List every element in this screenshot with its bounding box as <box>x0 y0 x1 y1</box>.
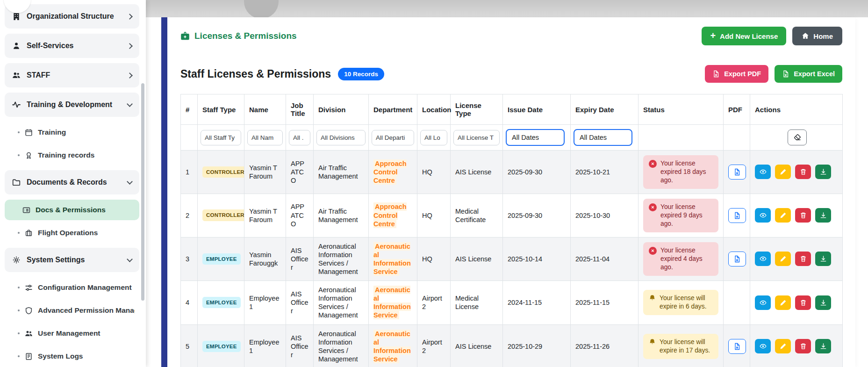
filter-division[interactable]: All Divisions <box>316 130 366 145</box>
sidebar-section-documents-records[interactable]: Documents & Records <box>5 170 139 194</box>
sidebar-item-label: Advanced Permission Manage <box>38 306 135 315</box>
filter-staff-type[interactable]: All Staff Ty <box>201 130 241 145</box>
status-badge: ×Your license expired 18 days ago. <box>643 155 718 189</box>
cell-department: Aeronautical Information Service <box>369 324 417 367</box>
export-pdf-button[interactable]: Export PDF <box>705 65 768 83</box>
sidebar-item-system-logs[interactable]: System Logs <box>5 346 139 367</box>
status-text: Your license expired 9 days ago. <box>660 203 713 228</box>
view-button[interactable] <box>755 339 771 353</box>
column-header-job-title: Job Title <box>286 94 314 125</box>
sidebar-section-system-settings[interactable]: System Settings <box>5 248 139 272</box>
download-button[interactable] <box>815 165 831 179</box>
sidebar-item-flight-operations[interactable]: Flight Operations <box>5 223 139 243</box>
download-button[interactable] <box>815 208 831 223</box>
view-button[interactable] <box>755 252 771 266</box>
cell-department: Approach Control Centre <box>369 194 417 237</box>
sidebar-item-training-records[interactable]: Training records <box>5 145 139 166</box>
cell-location: HQ <box>417 151 451 194</box>
filter-department[interactable]: All Departi <box>372 130 414 145</box>
sidebar-nav: Organizational StructureSelf-ServicesSTA… <box>5 4 139 367</box>
edit-button[interactable] <box>775 252 791 266</box>
pdf-button[interactable] <box>728 208 746 223</box>
filter-job-title[interactable]: All . <box>289 130 310 145</box>
sidebar-section-label: Self-Services <box>27 42 122 50</box>
view-button[interactable] <box>755 295 771 310</box>
cell-location: HQ <box>417 237 451 281</box>
filter-name[interactable]: All Nam <box>247 130 283 145</box>
edit-button[interactable] <box>775 165 791 179</box>
view-button[interactable] <box>755 208 771 223</box>
luggage-icon <box>25 229 33 237</box>
cell-license-type: AIS License <box>451 324 503 367</box>
delete-button[interactable] <box>795 252 811 266</box>
cell-division: Aeronautical Information Services / Mana… <box>314 281 369 325</box>
section-header: Staff Licenses & Permissions 10 Records … <box>180 65 842 83</box>
clear-filters-button[interactable] <box>788 130 807 145</box>
sidebar-section-training-development[interactable]: Training & Development <box>5 93 139 117</box>
sidebar-item-advanced-permission-manage[interactable]: Advanced Permission Manage <box>5 300 139 321</box>
sidebar-item-user-management[interactable]: User Management <box>5 323 139 344</box>
edit-button[interactable] <box>775 339 791 353</box>
filepdf-icon <box>733 168 741 176</box>
sidebar-item-docs-permissions[interactable]: Docs & Permissions <box>5 200 139 220</box>
filter-cell-staff-type: All Staff Ty <box>198 125 244 151</box>
view-button[interactable] <box>755 165 771 179</box>
filter-license-type[interactable]: All License T <box>453 130 500 145</box>
download-button[interactable] <box>815 295 831 310</box>
cell-number: 1 <box>181 151 198 194</box>
download-button[interactable] <box>815 252 831 266</box>
edit-button[interactable] <box>775 208 791 223</box>
delete-button[interactable] <box>795 208 811 223</box>
cell-status: Your license will expire in 6 days. <box>638 281 724 325</box>
sidebar-scrollbar[interactable] <box>141 83 144 301</box>
filter-cell-division: All Divisions <box>314 125 369 151</box>
pencil-icon <box>780 343 787 350</box>
sidebar-item-training[interactable]: Training <box>5 122 139 143</box>
cell-name: Yasmin T Faroum <box>244 194 286 237</box>
export-excel-button[interactable]: Export Excel <box>775 65 842 83</box>
delete-button[interactable] <box>795 339 811 353</box>
button-label: Export Excel <box>794 70 835 78</box>
column-header-staff-type: Staff Type <box>198 94 244 125</box>
home-button[interactable]: Home <box>792 27 842 45</box>
sidebar-section-staff[interactable]: STAFF <box>5 63 139 87</box>
sidebar-section-self-services[interactable]: Self-Services <box>5 34 139 58</box>
filepdf-icon <box>733 343 741 350</box>
filter-location[interactable]: All Lo <box>420 130 447 145</box>
filter-cell-issue-date: All Dates <box>503 125 571 151</box>
pdf-button[interactable] <box>728 165 746 180</box>
trash-icon <box>800 343 807 350</box>
sidebar-item-configuration-management[interactable]: Configuration Management <box>5 277 139 298</box>
delete-button[interactable] <box>795 295 811 310</box>
main-panel: Licenses & Permissions + Add New License… <box>167 17 855 367</box>
bell-icon <box>649 294 656 302</box>
filter-issue-date[interactable]: All Dates <box>506 129 565 146</box>
status-badge: Your license will expire in 6 days. <box>643 290 718 315</box>
people-icon <box>12 71 21 79</box>
edit-button[interactable] <box>775 295 791 310</box>
cell-name: Employee1 <box>244 281 286 325</box>
eye-icon <box>760 212 767 219</box>
sidebar-item-label: System Logs <box>38 352 83 360</box>
filter-expiry-date[interactable]: All Dates <box>574 129 632 146</box>
sidebar: Organizational StructureSelf-ServicesSTA… <box>0 0 146 367</box>
pdf-button[interactable] <box>728 339 746 354</box>
page-title: Licenses & Permissions <box>180 31 297 41</box>
bell-icon <box>649 338 656 345</box>
department-text: Aeronautical Information Service <box>373 286 411 319</box>
folder-icon <box>12 178 21 187</box>
cell-number: 3 <box>181 237 198 281</box>
delete-button[interactable] <box>795 165 811 179</box>
x-circle-icon: × <box>649 160 657 168</box>
gear-icon <box>12 256 21 264</box>
bullet-dot-icon <box>18 232 20 234</box>
journal-icon <box>25 353 33 360</box>
pdf-button[interactable] <box>728 252 746 266</box>
download-button[interactable] <box>815 339 831 353</box>
eye-icon <box>760 343 767 350</box>
sliders-icon <box>25 284 33 292</box>
sidebar-item-label: Training records <box>38 151 94 159</box>
cell-expiry-date: 2025-10-21 <box>571 151 638 194</box>
add-new-license-button[interactable]: + Add New License <box>702 27 786 45</box>
bullet-dot-icon <box>18 154 20 156</box>
